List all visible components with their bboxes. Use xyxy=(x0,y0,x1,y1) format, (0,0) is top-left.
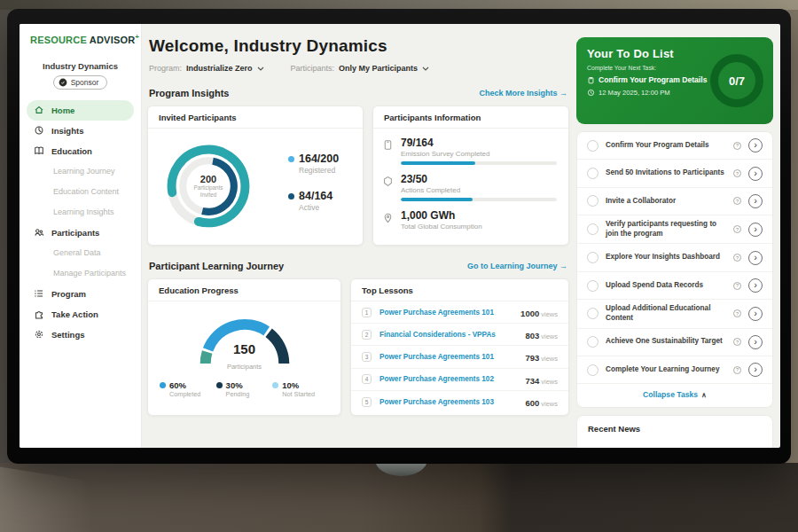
task-checkbox[interactable] xyxy=(587,140,598,152)
logo-plus: + xyxy=(135,33,139,41)
card-title: Participants Information xyxy=(373,106,568,129)
help-icon[interactable]: ? xyxy=(733,338,741,346)
chevron-right-icon[interactable]: › xyxy=(748,335,763,349)
survey-icon xyxy=(382,139,394,151)
learning-journey-header: Participant Learning Journey Go to Learn… xyxy=(149,261,567,271)
help-icon[interactable]: ? xyxy=(733,169,741,177)
help-icon[interactable]: ? xyxy=(733,366,741,374)
sponsor-badge-icon xyxy=(59,78,67,87)
participants-filter[interactable]: Participants: Only My Participants xyxy=(291,64,430,73)
collapse-tasks-link[interactable]: Collapse Tasks∧ xyxy=(577,384,772,407)
task-checkbox[interactable] xyxy=(587,336,598,348)
task-checkbox[interactable] xyxy=(587,223,598,235)
help-icon[interactable]: ? xyxy=(733,282,741,290)
chevron-right-icon[interactable]: › xyxy=(748,307,763,321)
task-checkbox[interactable] xyxy=(587,364,598,376)
sidebar-item-label: Manage Participants xyxy=(53,269,126,278)
sidebar-item-take-action[interactable]: Take Action xyxy=(27,304,134,325)
task-checkbox[interactable] xyxy=(587,195,598,207)
page-title: Welcome, Industry Dynamics xyxy=(149,36,569,56)
legend-dot xyxy=(216,382,223,388)
chevron-right-icon[interactable]: › xyxy=(748,167,763,181)
lesson-link[interactable]: Power Purchase Agreements 102 xyxy=(379,375,525,383)
help-icon[interactable]: ? xyxy=(733,197,741,205)
task-row-invite-collaborator[interactable]: Invite a Collaborator ? › xyxy=(577,188,772,215)
task-checkbox[interactable] xyxy=(587,168,598,179)
gauge-legend: 60% Completed 30% Pending 10% Not Starte… xyxy=(148,380,340,398)
sidebar-item-label: Home xyxy=(51,106,74,115)
sidebar-item-program[interactable]: Program xyxy=(27,284,134,304)
task-row-upload-spend-data[interactable]: Upload Spend Data Records ? › xyxy=(577,272,772,300)
sponsor-badge[interactable]: Sponsor xyxy=(53,75,108,90)
recent-news-card: Recent News xyxy=(576,415,773,448)
lesson-row: 1 Power Purchase Agreements 101 1000view… xyxy=(351,301,568,324)
sidebar-item-label: Education xyxy=(51,146,92,156)
check-more-insights-link[interactable]: Check More Insights → xyxy=(479,89,567,98)
todo-next-task: Confirm Your Program Details xyxy=(598,75,707,84)
sidebar-item-label: Insights xyxy=(51,126,83,136)
help-icon[interactable]: ? xyxy=(733,309,741,317)
chevron-up-icon: ∧ xyxy=(701,391,707,399)
chevron-down-icon xyxy=(422,66,429,71)
pin-icon xyxy=(382,212,394,223)
chevron-right-icon[interactable]: › xyxy=(748,251,763,265)
clock-icon xyxy=(587,89,595,97)
chevron-right-icon[interactable]: › xyxy=(748,138,763,153)
legend-registered: 164/200 Registered xyxy=(288,153,339,175)
lesson-link[interactable]: Financial Considerations - VPPAs xyxy=(379,331,525,339)
home-icon xyxy=(34,105,44,115)
sidebar-item-label: General Data xyxy=(53,248,101,257)
lesson-link[interactable]: Power Purchase Agreements 103 xyxy=(379,398,525,406)
task-checkbox[interactable] xyxy=(587,308,598,319)
participants-stats: 79/164 Emission Survey Completed 23/50 A… xyxy=(373,129,568,234)
lesson-rank: 1 xyxy=(362,308,372,317)
todo-progress-value: 0/7 xyxy=(729,74,745,88)
sidebar-item-education[interactable]: Education xyxy=(27,141,134,161)
task-row-send-invitations[interactable]: Send 50 Invitations to Participants ? › xyxy=(577,160,772,187)
clipboard-icon xyxy=(587,76,595,84)
go-to-learning-journey-link[interactable]: Go to Learning Journey → xyxy=(467,262,567,270)
sidebar-item-settings[interactable]: Settings xyxy=(27,325,134,345)
gauge-center-label: 150 Participants xyxy=(183,341,307,372)
task-label: Upload Spend Data Records xyxy=(606,281,733,291)
sidebar-item-learning-insights[interactable]: Learning Insights xyxy=(27,202,134,223)
sidebar-item-label: Learning Insights xyxy=(53,207,114,216)
donut-rings xyxy=(160,138,256,234)
gear-icon xyxy=(34,329,44,340)
help-icon[interactable]: ? xyxy=(733,142,741,150)
card-title: Education Progress xyxy=(148,279,340,301)
task-row-achieve-target[interactable]: Achieve One Sustainability Target ? › xyxy=(577,329,772,356)
todo-tasks-card: Confirm Your Program Details ? › Send 50… xyxy=(576,131,773,408)
sidebar-item-general-data[interactable]: General Data xyxy=(27,243,134,263)
chevron-right-icon[interactable]: › xyxy=(748,278,763,293)
sidebar-item-education-content[interactable]: Education Content xyxy=(27,182,134,202)
task-checkbox[interactable] xyxy=(587,280,598,292)
sidebar-item-home[interactable]: Home xyxy=(27,100,134,121)
sidebar-item-participants[interactable]: Participants xyxy=(27,223,134,243)
puzzle-icon xyxy=(34,309,44,319)
todo-hero-card: Your To Do List Complete Your Next Task:… xyxy=(576,37,773,124)
sidebar-item-insights[interactable]: Insights xyxy=(27,121,134,141)
list-icon xyxy=(34,288,44,299)
task-row-verify-participants[interactable]: Verify participants requesting to join t… xyxy=(577,215,772,244)
help-icon[interactable]: ? xyxy=(733,225,741,233)
task-checkbox[interactable] xyxy=(587,252,598,263)
lesson-link[interactable]: Power Purchase Agreements 101 xyxy=(379,309,520,317)
section-title: Program Insights xyxy=(149,88,229,98)
recent-news-title: Recent News xyxy=(588,424,762,434)
sidebar-item-label: Take Action xyxy=(51,309,98,319)
task-row-upload-educational-content[interactable]: Upload Additional Educational Content ? … xyxy=(577,300,772,328)
chevron-right-icon[interactable]: › xyxy=(748,194,763,208)
sidebar: RESOURCE ADVISOR+ Industry Dynamics Spon… xyxy=(20,24,142,448)
program-filter[interactable]: Program: Industrialize Zero xyxy=(149,64,264,73)
lesson-row: 4 Power Purchase Agreements 102 734views xyxy=(351,369,568,391)
task-row-explore-insights[interactable]: Explore Your Insights Dashboard ? › xyxy=(577,244,772,271)
sidebar-item-manage-participants[interactable]: Manage Participants xyxy=(27,263,134,284)
chevron-right-icon[interactable]: › xyxy=(748,363,763,377)
task-row-confirm-program[interactable]: Confirm Your Program Details ? › xyxy=(577,132,772,160)
lesson-link[interactable]: Power Purchase Agreements 101 xyxy=(379,353,525,361)
chevron-right-icon[interactable]: › xyxy=(748,223,763,237)
sidebar-item-learning-journey[interactable]: Learning Journey xyxy=(27,161,134,182)
task-row-complete-learning-journey[interactable]: Complete Your Learning Journey ? › xyxy=(577,356,772,384)
help-icon[interactable]: ? xyxy=(733,254,741,262)
